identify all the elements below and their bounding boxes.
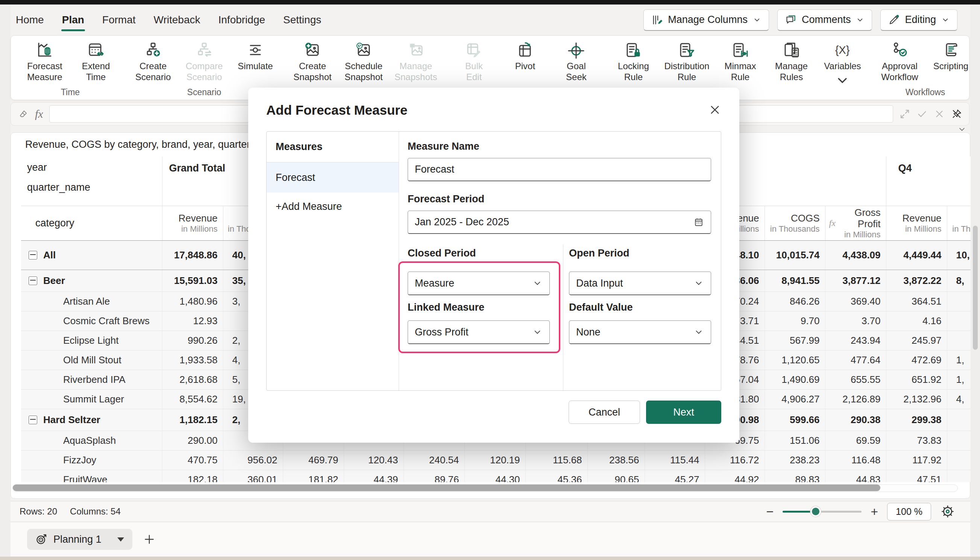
ribbon-bulk-edit-button[interactable]: BulkEdit <box>450 40 498 86</box>
menu-home[interactable]: Home <box>15 12 45 28</box>
collapse-icon[interactable] <box>28 416 37 424</box>
table-cell[interactable]: 120.43 <box>344 450 404 470</box>
confirm-formula-icon[interactable] <box>917 108 928 120</box>
table-cell[interactable] <box>947 450 971 470</box>
table-cell[interactable]: 290.00 <box>162 431 223 450</box>
table-cell[interactable] <box>947 331 971 350</box>
ribbon-extend-time-button[interactable]: ExtendTime <box>72 40 120 86</box>
row-label[interactable]: FizzJoy <box>21 450 162 470</box>
closed-period-dropdown[interactable]: Measure <box>408 272 550 295</box>
ribbon-locking-rule-button[interactable]: LockingRule <box>609 40 657 91</box>
gear-icon[interactable] <box>940 504 955 519</box>
table-cell[interactable]: 2,618.68 <box>162 370 223 390</box>
table-cell[interactable]: 599.66 <box>765 409 825 431</box>
ribbon-manage-rules-button[interactable]: ManageRules <box>767 40 815 91</box>
next-button[interactable]: Next <box>646 400 721 424</box>
row-label[interactable]: Eclipse Light <box>21 331 162 350</box>
menu-infobridge[interactable]: Infobridge <box>218 12 266 28</box>
table-cell[interactable]: 44.30 <box>464 470 525 483</box>
table-cell[interactable]: 477.64 <box>825 350 886 370</box>
expand-formula-icon[interactable] <box>899 108 910 120</box>
table-cell[interactable]: 151.06 <box>765 431 825 450</box>
table-cell[interactable]: 369.40 <box>825 292 886 312</box>
menu-plan[interactable]: Plan <box>61 12 85 28</box>
table-cell[interactable]: 4.16 <box>886 312 947 331</box>
row-label[interactable]: Summit Lager <box>21 390 162 409</box>
table-cell[interactable]: 44.92 <box>705 470 765 483</box>
table-cell[interactable]: 116.72 <box>705 450 765 470</box>
measure-header-gross-profit[interactable]: fxGross Profitin Millions <box>825 206 886 241</box>
row-label[interactable]: Beer <box>21 270 162 292</box>
table-cell[interactable]: 12.93 <box>162 312 223 331</box>
comments-button[interactable]: Comments <box>777 9 872 31</box>
table-cell[interactable]: 290.38 <box>825 409 886 431</box>
zoom-in-button[interactable]: + <box>870 505 878 518</box>
row-label[interactable]: AquaSplash <box>21 431 162 450</box>
measure-header-revenue[interactable]: Revenuein Millions <box>162 206 223 241</box>
ribbon-minmax-rule-button[interactable]: MinmaxRule <box>716 40 764 91</box>
table-cell[interactable]: 651.92 <box>886 370 947 390</box>
zoom-slider-thumb[interactable] <box>810 506 821 517</box>
row-label[interactable]: Riverbend IPA <box>21 370 162 390</box>
table-cell[interactable]: 4,906.27 <box>765 390 825 409</box>
table-cell[interactable]: 238.23 <box>765 450 825 470</box>
table-cell[interactable]: 1, <box>947 370 971 390</box>
table-cell[interactable]: 44.39 <box>344 470 404 483</box>
menu-settings[interactable]: Settings <box>283 12 322 28</box>
table-cell[interactable]: 956.02 <box>223 450 283 470</box>
tab-dropdown-caret[interactable] <box>117 537 124 542</box>
row-label[interactable]: FruitWave <box>21 470 162 483</box>
table-cell[interactable]: 10,015.74 <box>765 241 825 270</box>
collapse-icon[interactable] <box>28 277 37 285</box>
ribbon-forecast-measure-button[interactable]: ForecastMeasure <box>21 40 69 86</box>
cancel-formula-icon[interactable] <box>934 108 945 120</box>
table-cell[interactable]: 15,591.03 <box>162 270 223 292</box>
measure-header-cogs[interactable]: COGSin Thousands <box>947 206 971 241</box>
table-cell[interactable]: 3,872.22 <box>886 270 947 292</box>
ribbon-simulate-button[interactable]: Simulate <box>231 40 280 86</box>
calendar-icon[interactable] <box>694 217 704 228</box>
table-cell[interactable]: 655.55 <box>825 370 886 390</box>
row-label[interactable]: Old Mill Stout <box>21 350 162 370</box>
table-cell[interactable] <box>947 431 971 450</box>
collapse-icon[interactable] <box>28 251 37 260</box>
table-cell[interactable]: 1, <box>947 350 971 370</box>
manage-columns-button[interactable]: Manage Columns <box>644 9 769 31</box>
table-cell[interactable]: 470.75 <box>162 450 223 470</box>
horizontal-scrollbar-thumb[interactable] <box>13 484 880 491</box>
table-cell[interactable]: 9.70 <box>765 312 825 331</box>
ribbon-approval-workflow-button[interactable]: ApprovalWorkflow <box>875 40 923 86</box>
table-cell[interactable] <box>947 470 971 483</box>
add-measure-button[interactable]: +Add Measure <box>266 193 399 220</box>
table-cell[interactable] <box>947 312 971 331</box>
table-cell[interactable]: 45.27 <box>645 470 705 483</box>
table-cell[interactable]: 116.48 <box>825 450 886 470</box>
tab-planning-1[interactable]: Planning 1 <box>27 529 132 550</box>
table-cell[interactable]: 1,933.58 <box>162 350 223 370</box>
ribbon-compare-scenario-button[interactable]: CompareScenario <box>180 40 228 86</box>
table-cell[interactable]: 115.68 <box>525 450 587 470</box>
editing-button[interactable]: Editing <box>880 9 957 31</box>
ribbon-create-snapshot-button[interactable]: CreateSnapshot <box>288 40 336 86</box>
table-cell[interactable]: 181.82 <box>283 470 344 483</box>
zoom-out-button[interactable]: − <box>766 505 774 518</box>
table-cell[interactable]: 182.18 <box>162 470 223 483</box>
ribbon-pivot-button[interactable]: Pivot <box>501 40 549 86</box>
table-cell[interactable]: 243.94 <box>825 331 886 350</box>
menu-format[interactable]: Format <box>101 12 136 28</box>
ribbon-create-scenario-button[interactable]: CreateScenario <box>129 40 177 86</box>
table-cell[interactable]: 2,126.89 <box>825 390 886 409</box>
measure-name-input[interactable]: Forecast <box>408 158 711 181</box>
column-group-header[interactable]: Q4 <box>886 157 971 206</box>
table-cell[interactable]: 846.26 <box>765 292 825 312</box>
ribbon-scripting-button[interactable]: Scripting <box>927 40 975 86</box>
measure-header-cogs[interactable]: COGSin Thousands <box>765 206 825 241</box>
table-cell[interactable]: 990.26 <box>162 331 223 350</box>
table-cell[interactable]: 1,120.65 <box>765 350 825 370</box>
table-cell[interactable]: 245.97 <box>886 331 947 350</box>
open-period-dropdown[interactable]: Data Input <box>569 272 711 295</box>
table-cell[interactable]: 238.56 <box>587 450 645 470</box>
row-label[interactable]: Artisan Ale <box>21 292 162 312</box>
table-cell[interactable]: 2,132.96 <box>886 390 947 409</box>
table-cell[interactable]: 4, <box>947 390 971 409</box>
